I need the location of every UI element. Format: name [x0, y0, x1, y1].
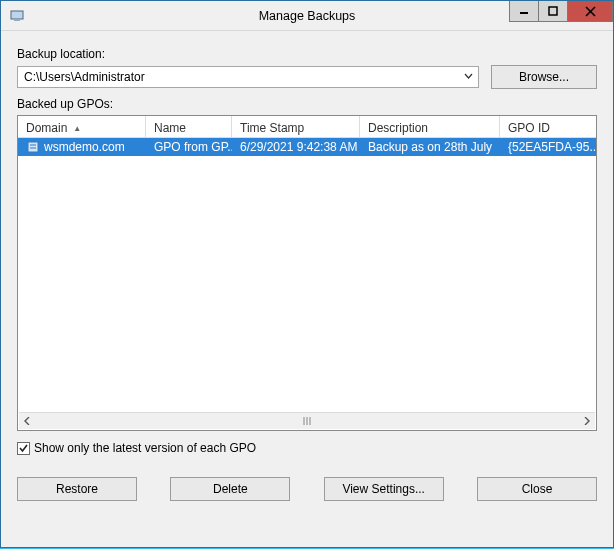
view-settings-button[interactable]: View Settings... [324, 477, 444, 501]
manage-backups-window: Manage Backups Backup location: C:\Users… [0, 0, 614, 548]
cell-name: GPO from GP... [146, 140, 232, 154]
show-latest-checkbox[interactable] [17, 442, 30, 455]
backup-location-combo[interactable]: C:\Users\Administrator [17, 66, 479, 88]
location-row: C:\Users\Administrator Browse... [17, 65, 597, 89]
listview-header: Domain ▲ Name Time Stamp Description GPO… [18, 116, 596, 138]
footer-buttons: Restore Delete View Settings... Close [17, 477, 597, 501]
titlebar: Manage Backups [1, 1, 613, 31]
svg-rect-6 [28, 142, 38, 152]
backed-up-gpos-label: Backed up GPOs: [17, 97, 597, 111]
app-icon [9, 8, 25, 24]
scroll-track[interactable] [36, 416, 578, 426]
svg-rect-3 [549, 7, 557, 15]
close-button[interactable]: Close [477, 477, 597, 501]
show-latest-row: Show only the latest version of each GPO [17, 441, 597, 455]
backup-location-label: Backup location: [17, 47, 597, 61]
cell-time: 6/29/2021 9:42:38 AM [232, 140, 360, 154]
col-time[interactable]: Time Stamp [232, 116, 360, 137]
show-latest-label: Show only the latest version of each GPO [34, 441, 256, 455]
scroll-right-button[interactable] [578, 413, 595, 430]
col-domain-label: Domain [26, 121, 67, 135]
cell-desc: Backup as on 28th July [360, 140, 500, 154]
svg-rect-0 [11, 11, 23, 19]
col-id[interactable]: GPO ID [500, 116, 596, 137]
backup-location-value: C:\Users\Administrator [24, 70, 145, 84]
sort-asc-icon: ▲ [73, 124, 81, 133]
window-buttons [510, 1, 613, 23]
cell-domain: wsmdemo.com [18, 140, 146, 154]
client-area: Backup location: C:\Users\Administrator … [1, 31, 613, 515]
col-name[interactable]: Name [146, 116, 232, 137]
horizontal-scrollbar[interactable] [19, 412, 595, 429]
scroll-left-button[interactable] [19, 413, 36, 430]
cell-domain-text: wsmdemo.com [44, 140, 125, 154]
gpo-icon [26, 140, 40, 154]
cell-id: {52EA5FDA-95... [500, 140, 596, 154]
delete-button[interactable]: Delete [170, 477, 290, 501]
browse-button[interactable]: Browse... [491, 65, 597, 89]
minimize-button[interactable] [509, 1, 539, 22]
close-window-button[interactable] [567, 1, 613, 22]
table-row[interactable]: wsmdemo.com GPO from GP... 6/29/2021 9:4… [18, 138, 596, 156]
restore-button[interactable]: Restore [17, 477, 137, 501]
col-domain[interactable]: Domain ▲ [18, 116, 146, 137]
chevron-down-icon [460, 70, 476, 84]
gpo-listview: Domain ▲ Name Time Stamp Description GPO… [17, 115, 597, 431]
maximize-button[interactable] [538, 1, 568, 22]
col-desc[interactable]: Description [360, 116, 500, 137]
svg-rect-1 [14, 19, 20, 21]
